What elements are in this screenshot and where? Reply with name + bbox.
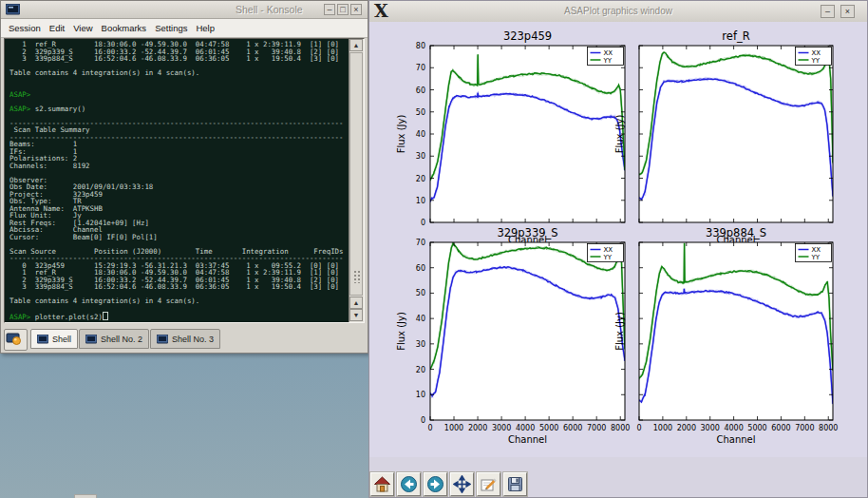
terminal-line: 3 339p884_S 16:52:04.6 -46.08.33.9 06:36… — [9, 283, 349, 291]
plot-title: 329p339_S — [497, 226, 557, 239]
x-tick-label: 1000 — [444, 424, 463, 432]
y-tick-label: 70 — [416, 64, 425, 72]
tab-label: Shell No. 3 — [172, 335, 214, 344]
scrollbar-thumb[interactable] — [349, 52, 363, 296]
x-tick-label: 4000 — [516, 424, 535, 432]
terminal-line: ASAP> s2.summary() — [9, 105, 349, 113]
konsole-tabbar: Shell Shell No. 2 Shell No. 3 — [1, 325, 366, 352]
y-axis-label: Flux (Jy) — [396, 115, 406, 154]
home-button[interactable] — [370, 472, 394, 496]
y-tick-label: 70 — [416, 239, 425, 247]
asaplot-titlebar[interactable]: X ASAPlot graphics window – × — [369, 1, 867, 23]
figure-canvas[interactable]: 01020304050607080323p459ChannelFlux (Jy)… — [369, 22, 867, 457]
scroll-down-button[interactable]: ▼ — [349, 309, 363, 321]
close-button[interactable]: × — [840, 5, 855, 18]
konsole-titlebar[interactable]: Shell - Konsole – □ × — [1, 1, 368, 19]
new-session-button[interactable] — [4, 329, 28, 351]
x-tick-label: 8000 — [611, 424, 630, 432]
terminal-line — [9, 305, 349, 313]
y-axis-label: Flux (Jy) — [614, 115, 625, 154]
menu-settings[interactable]: Settings — [155, 23, 187, 33]
close-button[interactable]: × — [350, 4, 362, 15]
tab-shell-2[interactable]: Shell No. 2 — [79, 329, 149, 349]
y-tick-label: 10 — [416, 391, 425, 399]
plot-toolbar — [369, 457, 867, 497]
terminal-line: 3 339p884_S 16:52:04.6 -46.08.33.9 06:36… — [9, 55, 349, 63]
plot-title: 339p884_S — [706, 226, 766, 239]
konsole-title: Shell - Konsole — [236, 4, 303, 15]
plot-title: 323p459 — [503, 29, 552, 43]
legend-label: YY — [811, 254, 821, 261]
y-tick-label: 20 — [416, 175, 425, 183]
y-tick-label: 10 — [416, 197, 425, 205]
x-tick-label: 8000 — [819, 424, 838, 432]
minimize-button[interactable]: – — [324, 4, 335, 15]
asaplot-title: ASAPlot graphics window — [369, 6, 867, 16]
scroll-up-button-2[interactable]: ▲ — [349, 297, 363, 309]
menu-edit[interactable]: Edit — [49, 23, 65, 33]
y-tick-label: 40 — [416, 315, 425, 323]
y-tick-label: 0 — [421, 219, 425, 227]
menu-bookmarks[interactable]: Bookmarks — [102, 23, 147, 33]
x-tick-label: 3000 — [492, 424, 511, 432]
terminal-line — [9, 77, 349, 85]
x-axis-label: Channel — [716, 434, 755, 445]
terminal-icon — [157, 335, 168, 344]
legend-label: YY — [603, 57, 613, 65]
legend-label: YY — [603, 254, 613, 261]
menu-help[interactable]: Help — [196, 23, 215, 33]
x-tick-label: 5000 — [747, 424, 766, 432]
x-tick-label: 5000 — [539, 424, 558, 432]
terminal-icon — [85, 335, 97, 344]
terminal-icon — [37, 335, 48, 344]
x-tick-label: 6000 — [563, 424, 582, 432]
subplot-339p884_S: 010002000300040005000600070008000339p884… — [614, 226, 838, 445]
terminal-line: Table contains 4 integration(s) in 4 sca… — [9, 297, 349, 305]
asaplot-window: X ASAPlot graphics window – × 0102030405… — [368, 0, 868, 498]
maximize-button[interactable]: □ — [337, 4, 349, 15]
zoom-rect-button[interactable] — [477, 472, 500, 496]
plot-title: ref_R — [722, 29, 749, 43]
y-tick-label: 80 — [416, 42, 425, 50]
konsole-window-icon — [6, 3, 20, 15]
tab-label: Shell No. 2 — [101, 335, 142, 344]
tab-shell-3[interactable]: Shell No. 3 — [150, 329, 220, 349]
konsole-menubar: Session Edit View Bookmarks Settings Hel… — [1, 19, 368, 38]
y-tick-label: 0 — [421, 416, 425, 425]
subplot-329p339_S: 0100020003000400050006000700080000102030… — [396, 226, 630, 445]
minimize-button[interactable]: – — [821, 5, 835, 18]
y-tick-label: 20 — [416, 366, 425, 374]
y-tick-label: 50 — [416, 289, 425, 297]
forward-button[interactable] — [424, 472, 447, 496]
tab-shell[interactable]: Shell — [30, 329, 78, 349]
x-tick-label: 4000 — [724, 424, 743, 432]
x-tick-label: 3000 — [701, 424, 720, 432]
x-tick-label: 2000 — [468, 424, 487, 432]
menu-view[interactable]: View — [73, 23, 92, 33]
terminal-line: ASAP> — [9, 91, 349, 99]
y-tick-label: 50 — [416, 108, 425, 117]
pan-button[interactable] — [450, 472, 474, 496]
tab-label: Shell — [52, 335, 71, 344]
x-tick-label: 0 — [636, 424, 641, 432]
menu-session[interactable]: Session — [9, 23, 41, 33]
x-tick-label: 1000 — [653, 424, 672, 432]
terminal-line: ASAP> plotter.plot(s2) — [9, 312, 349, 319]
subplot-323p459: 01020304050607080323p459ChannelFlux (Jy)… — [396, 29, 625, 245]
terminal-line: Table contains 4 integration(s) in 4 sca… — [9, 69, 349, 77]
taskbar-sliver — [74, 494, 97, 498]
y-tick-label: 40 — [416, 130, 425, 139]
terminal-line: Channels: 8192 — [9, 163, 349, 170]
y-axis-label: Flux (Jy) — [396, 312, 406, 351]
terminal-text[interactable]: 1 ref_R 18:30:06.0 -49.59.30.0 04:47:58 … — [5, 39, 349, 322]
terminal-line — [9, 84, 349, 91]
terminal-scrollbar[interactable]: ▲ ▲ ▼ — [349, 39, 364, 322]
save-button[interactable] — [503, 472, 527, 496]
legend-label: YY — [811, 57, 821, 65]
scroll-up-button[interactable]: ▲ — [349, 39, 363, 51]
back-button[interactable] — [397, 472, 421, 496]
terminal[interactable]: 1 ref_R 18:30:06.0 -49.59.30.0 04:47:58 … — [4, 38, 365, 323]
x-tick-label: 2000 — [677, 424, 696, 432]
y-tick-label: 60 — [416, 264, 425, 273]
y-tick-label: 30 — [416, 340, 425, 349]
